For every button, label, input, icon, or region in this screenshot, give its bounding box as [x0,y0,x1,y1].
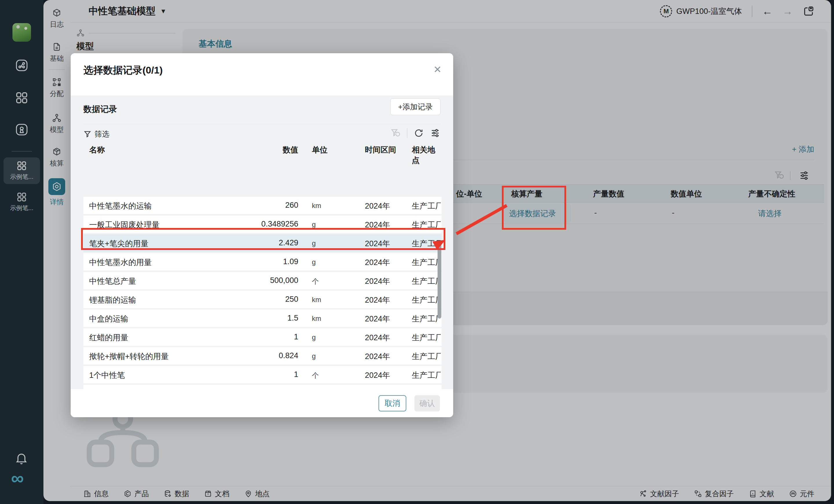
record-period: 2024年 [365,295,390,305]
record-unit: g [312,258,316,266]
data-record-row[interactable]: 1个中性笔1个2024年生产工厂 [83,366,442,383]
data-record-row[interactable]: 锂基脂的运输250km2024年生产工厂 [83,291,442,308]
record-value: 250 [205,295,298,304]
annotation-column-highlight [502,186,566,230]
record-unit: 个 [312,371,319,380]
record-value: 0.3489256 [205,220,298,229]
modal-column-header[interactable]: 时间区间 [365,145,396,155]
close-icon[interactable]: ✕ [434,64,442,75]
modal-title: 选择数据记录(0/1) [83,64,163,77]
record-period: 2024年 [365,314,390,324]
add-record-button[interactable]: +添加记录 [390,98,440,115]
record-location: 生产工厂 [412,257,441,268]
record-location: 生产工厂 [412,351,441,362]
record-unit: 个 [312,277,319,286]
record-period: 2024年 [365,370,390,381]
records-section-label: 数据记录 [83,104,117,115]
record-value: 260 [205,201,298,210]
record-value: 500,000 [205,276,298,285]
record-location: 生产工厂 [412,314,441,324]
record-name: 中性笔总产量 [89,276,136,287]
record-location: 生产工厂 [412,295,441,305]
table-settings-icon[interactable] [430,128,440,138]
record-name: 中性笔墨水的运输 [89,201,152,211]
record-name: 锂基脂的运输 [89,295,136,305]
record-name: 中盒的运输 [89,314,128,324]
record-unit: km [312,315,321,323]
record-unit: g [312,333,316,341]
modal-column-header[interactable]: 数值 [205,145,298,155]
confirm-button[interactable]: 确认 [414,395,440,411]
modal-table-header: 名称数值单位时间区间相关地点 [83,141,442,159]
record-value: 1.09 [205,257,298,266]
data-record-row[interactable]: 中性笔墨水的运输260km2024年生产工厂 [83,197,442,214]
record-location: 生产工厂 [412,370,441,381]
modal-header: 选择数据记录(0/1) ✕ [71,53,453,95]
icon-divider [407,128,408,138]
record-period: 2024年 [365,333,390,343]
data-record-row[interactable]: 揿轮+揿帽+转轮的用量0.824g2024年生产工厂 [83,347,442,365]
record-unit: km [312,202,321,210]
funnel-icon [83,130,91,138]
data-record-row[interactable]: 中性笔墨水的用量1.09g2024年生产工厂 [83,253,442,271]
modal-column-header[interactable]: 单位 [312,145,328,155]
record-location: 生产工厂 [412,333,441,343]
vertical-scrollbar[interactable] [438,242,441,319]
data-record-row[interactable]: 中盒的运输1.5km2024年生产工厂 [83,310,442,327]
record-period: 2024年 [365,351,390,362]
record-period: 2024年 [365,276,390,287]
data-record-row[interactable]: 中性笔总产量500,000个2024年生产工厂 [83,272,442,289]
record-unit: g [312,352,316,360]
record-value: 1 [205,333,298,341]
record-value: 1 [205,370,298,379]
filter-reset-icon[interactable] [390,128,400,138]
record-location: 生产工厂 [412,276,441,287]
modal-column-header[interactable]: 相关地点 [412,145,442,165]
modal-divider [83,124,440,124]
record-name: 揿轮+揿帽+转轮的用量 [89,351,169,362]
data-record-row[interactable]: 红蜡的用量1g2024年生产工厂 [83,328,442,346]
filter-toggle[interactable]: 筛选 [83,129,109,139]
cancel-button[interactable]: 取消 [378,395,406,411]
record-name: 1个中性笔 [89,370,125,381]
refresh-icon[interactable] [414,128,424,138]
modal-footer: 取消 确认 [71,389,453,417]
screen: 示例笔... 示例笔... ∞ 日志 基础 [0,0,834,504]
record-period: 2024年 [365,257,390,268]
record-value: 1.5 [205,314,298,323]
record-name: 中性笔墨水的用量 [89,257,152,268]
record-period: 2024年 [365,201,390,211]
record-unit: km [312,296,321,304]
record-name: 红蜡的用量 [89,333,128,343]
annotation-row-highlight [81,228,445,250]
record-unit: g [312,221,316,229]
record-location: 生产工厂 [412,201,441,211]
modal-column-header[interactable]: 名称 [89,145,105,155]
record-value: 0.824 [205,351,298,360]
filter-label: 筛选 [94,129,109,139]
